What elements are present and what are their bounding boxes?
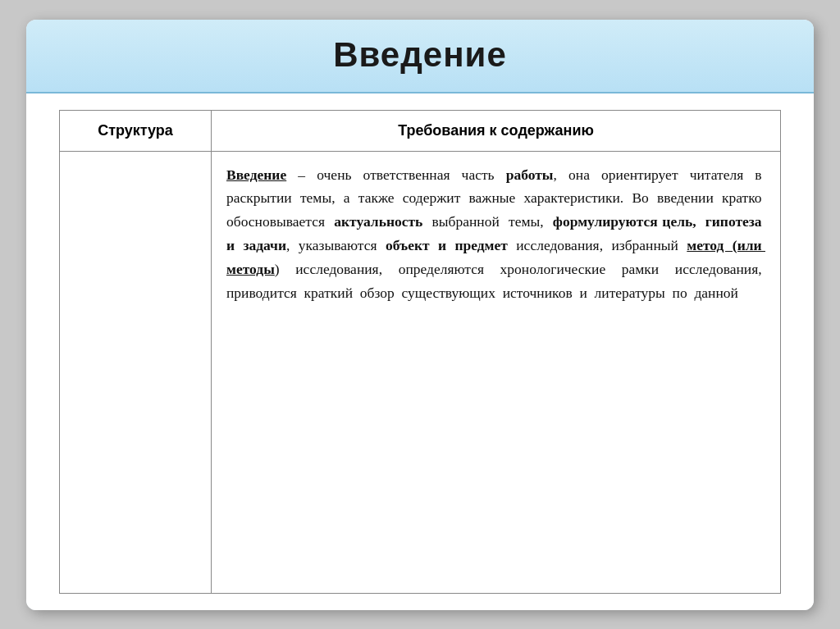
content-cell: Введение – очень ответственная часть раб…	[212, 151, 781, 593]
content-paragraph: Введение – очень ответственная часть раб…	[226, 163, 765, 305]
bold-raboty: работы	[506, 166, 554, 183]
slide-title: Введение	[333, 35, 507, 75]
col-structure-header: Структура	[60, 110, 212, 151]
table-header-row: Структура Требования к содержанию	[60, 110, 781, 151]
intro-word: Введение	[226, 166, 286, 183]
slide-container: Введение Структура Требования к содержан…	[26, 20, 814, 610]
content-table: Структура Требования к содержанию Введен…	[59, 110, 781, 594]
slide-body: Структура Требования к содержанию Введен…	[26, 93, 814, 610]
slide-header: Введение	[26, 20, 814, 93]
structure-cell	[60, 151, 212, 593]
table-row: Введение – очень ответственная часть раб…	[60, 151, 781, 593]
col-requirements-header: Требования к содержанию	[212, 110, 781, 151]
bold-obekt: объект и предмет	[386, 237, 508, 253]
bold-aktualnost: актуальность	[334, 213, 422, 230]
